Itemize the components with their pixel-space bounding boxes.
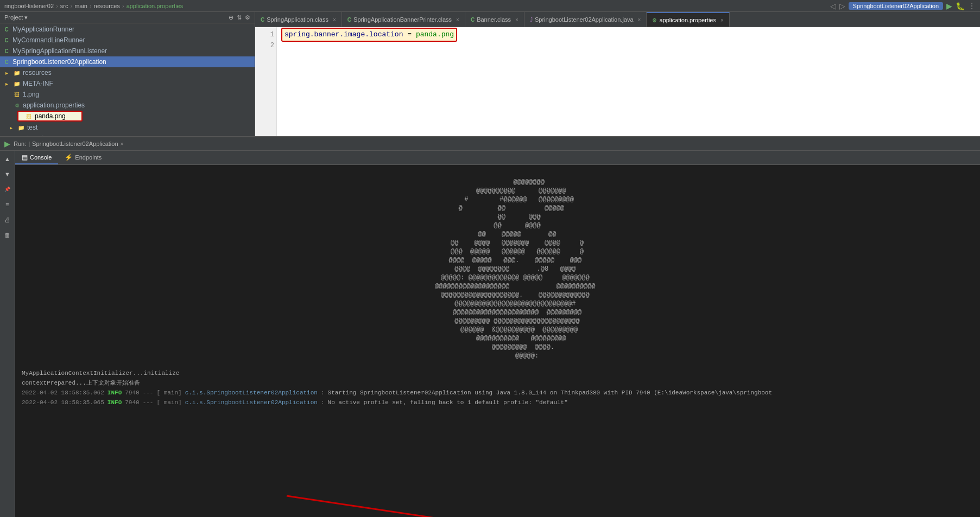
tree-item-label: application.properties — [23, 101, 85, 109]
tree-item-springbootapp[interactable]: C SpringbootListener02Application — [0, 56, 255, 67]
tree-item-target[interactable]: ▸ 📁 target — [4, 133, 255, 136]
tab-close-icon[interactable]: × — [720, 17, 724, 23]
tab-springbootapp-java[interactable]: J SpringbootListener02Application.java × — [524, 12, 647, 27]
folder-closed-icon: 📁 — [17, 134, 26, 136]
tab-label: application.properties — [659, 17, 716, 23]
tree-item-test[interactable]: ▸ 📁 test — [4, 122, 255, 133]
log-bracket: [ main] — [156, 398, 181, 407]
folder-open-icon: 📁 — [12, 68, 21, 77]
tree-item-label: MySpringApplicationRunListener — [12, 47, 107, 55]
log-line-contextprepared: contextPrepared...上下文对象开始准备 — [22, 379, 973, 388]
scroll-down-btn[interactable]: ▼ — [2, 168, 14, 180]
breadcrumb-src: src — [60, 3, 68, 9]
tab-label: SpringApplication.class — [267, 16, 328, 23]
tree-item-label: panda.png — [35, 112, 66, 120]
tree-item-label: resources — [23, 69, 52, 76]
tab-props-icon: ⚙ — [652, 17, 657, 23]
console-output[interactable]: @@@@@@@@ @@@@@@@@@@ @@@@@@@ # #@@@@@@ @@… — [15, 165, 980, 517]
code-content[interactable]: spring.banner.image.location = panda.png — [277, 27, 980, 136]
navigate-forward-icon[interactable]: ▷ — [839, 2, 845, 10]
breadcrumb-resources: resources — [94, 3, 120, 9]
endpoints-tab-label: Endpoints — [75, 154, 102, 161]
tree-item-label: target — [27, 135, 44, 136]
run-bar: ▶ Run: | SpringbootListener02Application… — [0, 137, 980, 151]
spacer — [2, 90, 11, 99]
svg-line-1 — [287, 496, 504, 517]
tree-item-metainf[interactable]: ▸ 📁 META-INF — [0, 78, 255, 89]
tree-item-pandapng[interactable]: 🖼 panda.png — [17, 111, 83, 122]
code-area: 1 2 spring.banner.image.location = panda… — [255, 27, 980, 136]
tab-springapplication[interactable]: C SpringApplication.class × — [255, 12, 342, 27]
class-icon: C — [2, 47, 11, 55]
tab-endpoints[interactable]: ⚡ Endpoints — [58, 151, 108, 164]
log-class: c.i.s.SpringbootListener02Application — [185, 388, 318, 398]
code-highlighted: spring.banner.image.location = panda.png — [281, 28, 457, 42]
tab-appprops[interactable]: ⚙ application.properties × — [647, 12, 729, 27]
console-main: ▤ Console ⚡ Endpoints @@@@@@@@ @@@@@@@@@… — [15, 151, 980, 517]
scroll-up-btn[interactable]: ▲ — [2, 153, 14, 165]
tree-item-label: META-INF — [23, 80, 53, 87]
debug-button[interactable]: 🐛 — [956, 2, 965, 10]
tab-springappbannerprinter[interactable]: C SpringApplicationBannerPrinter.class × — [342, 12, 465, 27]
console-section: ▲ ▼ 📌 ≡ 🖨 🗑 ▤ Console ⚡ Endpoints — [0, 151, 980, 517]
tree-item-label: SpringbootListener02Application — [12, 58, 106, 66]
console-tab-label: Console — [30, 154, 52, 161]
tree-actions: ⊕ ⇅ ⚙ — [229, 14, 250, 21]
log-level: INFO — [108, 388, 122, 398]
log-colon: : — [321, 388, 325, 398]
gear-icon[interactable]: ⚙ — [245, 14, 250, 21]
console-left-toolbar: ▲ ▼ 📌 ≡ 🖨 🗑 — [0, 151, 15, 517]
tree-item-myspringrunlistener[interactable]: C MySpringApplicationRunListener — [0, 46, 255, 56]
run-button[interactable]: ▶ — [946, 2, 952, 10]
main-container: Project ▾ ⊕ ⇅ ⚙ C MyApplicationRunner C … — [0, 12, 980, 517]
line-numbers: 1 2 — [255, 27, 277, 136]
breadcrumb: ringboot-listener02 › src › main › resou… — [4, 3, 183, 9]
run-config-label[interactable]: SpringbootListener02Application — [849, 2, 943, 10]
tab-console[interactable]: ▤ Console — [15, 151, 58, 164]
tab-label: SpringbootListener02Application.java — [535, 16, 634, 23]
expand-icon[interactable]: ⇅ — [237, 14, 242, 21]
class-icon: C — [2, 25, 11, 34]
breadcrumb-main: main — [74, 3, 87, 9]
breadcrumb-project: ringboot-listener02 — [4, 3, 54, 9]
tree-item-1png[interactable]: 🖼 1.png — [0, 89, 255, 100]
navigate-back-icon[interactable]: ◁ — [830, 2, 836, 10]
editor-content: C SpringApplication.class × C SpringAppl… — [255, 12, 980, 136]
tree-item-resources[interactable]: ▸ 📁 resources — [0, 67, 255, 78]
run-icon[interactable]: ▶ — [4, 139, 10, 148]
more-actions-icon[interactable]: ⋮ — [968, 2, 976, 10]
log-pid: 7940 — [125, 388, 139, 398]
fold-btn[interactable]: ≡ — [2, 199, 14, 210]
tab-banner[interactable]: C Banner.class × Banner class — [465, 12, 524, 27]
tree-item-label: MyApplicationRunner — [12, 25, 74, 33]
scope-icon[interactable]: ⊕ — [229, 14, 233, 21]
pin-btn[interactable]: 📌 — [2, 183, 14, 195]
print-btn[interactable]: 🖨 — [2, 214, 14, 226]
folder-icon: ▸ — [7, 123, 15, 132]
run-close-icon[interactable]: × — [121, 141, 124, 147]
tab-class-icon: C — [261, 17, 264, 23]
tree-item-appprops[interactable]: ⚙ application.properties — [0, 100, 255, 111]
tree-item-mycmdrunner[interactable]: C MyCommandLineRunner — [0, 35, 255, 46]
log-line-2: 2022-04-02 18:58:35.065 INFO 7940 --- [ … — [22, 398, 973, 407]
tab-close-icon[interactable]: × — [638, 17, 641, 23]
console-icon: ▤ — [22, 154, 28, 161]
run-config-name[interactable]: SpringbootListener02Application — [32, 141, 118, 147]
trash-btn[interactable]: 🗑 — [2, 229, 14, 241]
ascii-art-panda: @@@@@@@@ @@@@@@@@@@ @@@@@@@ # #@@@@@@ @@… — [22, 169, 973, 360]
tab-close-icon[interactable]: × — [333, 17, 336, 23]
image-icon: 🖼 — [12, 90, 21, 99]
log-bracket: [ main] — [156, 388, 181, 398]
code-line-2 — [281, 40, 976, 51]
tab-close-icon[interactable]: × — [515, 17, 519, 23]
editor-tabs: C SpringApplication.class × C SpringAppl… — [255, 12, 980, 27]
breadcrumb-file: application.properties — [127, 3, 184, 9]
prop-value: panda.png — [416, 30, 454, 39]
log-message: No active profile set, falling back to 1… — [328, 398, 568, 407]
tab-close-icon[interactable]: × — [456, 17, 459, 23]
props-icon: ⚙ — [12, 101, 21, 110]
tab-label: Banner.class — [477, 16, 511, 23]
log-level: INFO — [108, 398, 122, 407]
log-line-1: 2022-04-02 18:58:35.062 INFO 7940 --- [ … — [22, 388, 973, 398]
tree-item-myapprunner[interactable]: C MyApplicationRunner — [0, 24, 255, 35]
